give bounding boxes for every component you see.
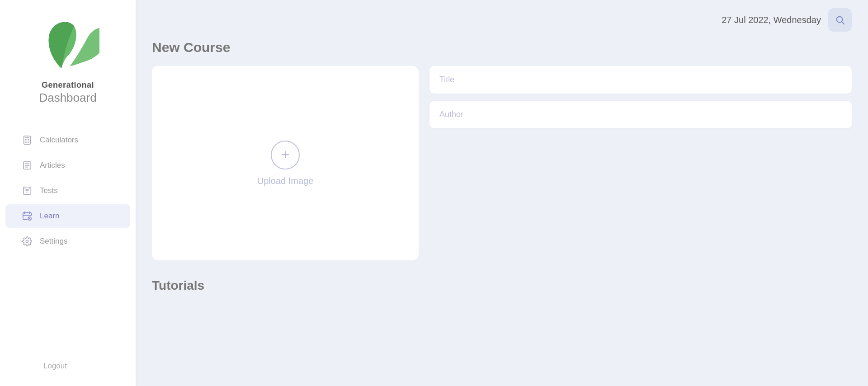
articles-icon — [22, 160, 33, 171]
settings-icon — [22, 236, 33, 247]
upload-circle: + — [271, 141, 300, 169]
upload-label: Upload Image — [257, 176, 314, 186]
articles-label: Articles — [40, 161, 65, 170]
upload-image-box[interactable]: + Upload Image — [152, 66, 419, 260]
search-icon — [835, 15, 845, 25]
title-input[interactable] — [429, 66, 852, 94]
sidebar-item-articles[interactable]: Articles — [5, 154, 130, 177]
main-content: 27 Jul 2022, Wednesday New Course + Uplo… — [136, 0, 868, 386]
svg-rect-0 — [24, 136, 31, 144]
logo-container: Generational Dashboard — [36, 14, 99, 105]
nav-menu: Calculators Articles — [0, 127, 136, 254]
header: 27 Jul 2022, Wednesday — [136, 0, 868, 40]
author-input[interactable] — [429, 101, 852, 128]
new-course-section: + Upload Image — [152, 66, 852, 260]
tutorials-title: Tutorials — [152, 278, 852, 293]
tutorials-section: Tutorials — [152, 278, 852, 293]
course-form — [429, 66, 852, 260]
svg-line-19 — [842, 22, 844, 24]
settings-label: Settings — [40, 237, 67, 246]
tests-icon — [22, 185, 33, 196]
date-display: 27 Jul 2022, Wednesday — [722, 15, 821, 25]
sidebar-item-calculators[interactable]: Calculators — [5, 128, 130, 152]
sidebar-item-tests[interactable]: Tests — [5, 179, 130, 202]
learn-label: Learn — [40, 212, 59, 221]
app-logo — [36, 14, 99, 77]
sidebar: Generational Dashboard Calculators — [0, 0, 136, 386]
tests-label: Tests — [40, 186, 58, 195]
dashboard-label: Dashboard — [39, 91, 96, 105]
learn-icon — [22, 211, 33, 221]
logout-button[interactable]: Logout — [22, 355, 83, 377]
plus-icon: + — [281, 147, 290, 162]
page-title: New Course — [152, 40, 852, 55]
search-button[interactable] — [828, 8, 852, 32]
calculators-label: Calculators — [40, 136, 78, 145]
brand-name: Generational — [42, 80, 94, 90]
sidebar-item-learn[interactable]: Learn — [5, 204, 130, 228]
page-body: New Course + Upload Image Tutorials — [136, 40, 868, 386]
calculator-icon — [22, 135, 33, 146]
sidebar-item-settings[interactable]: Settings — [5, 230, 130, 253]
svg-point-17 — [26, 240, 28, 243]
